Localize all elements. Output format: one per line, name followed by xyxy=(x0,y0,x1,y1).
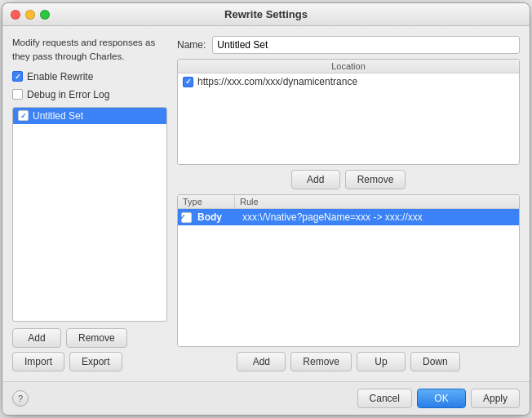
debug-log-label: Debug in Error Log xyxy=(27,89,109,100)
rules-down-button[interactable]: Down xyxy=(410,352,460,371)
set-checkbox[interactable] xyxy=(18,110,29,121)
left-buttons: Add Remove Import Export xyxy=(12,328,167,371)
rules-add-button[interactable]: Add xyxy=(237,352,286,371)
rules-remove-button[interactable]: Remove xyxy=(290,352,352,371)
rules-section: Type Rule ✓ Body xxx:\/\/native?pageName… xyxy=(177,194,520,347)
footer: ? Cancel OK Apply xyxy=(2,381,530,415)
enable-rewrite-checkbox[interactable] xyxy=(12,71,23,82)
location-section: Location https://xxx.com/xxx/dynamicentr… xyxy=(177,59,520,165)
footer-right-buttons: Cancel OK Apply xyxy=(357,389,520,408)
content-area: Modify requests and responses as they pa… xyxy=(2,26,530,381)
location-add-button[interactable]: Add xyxy=(291,170,340,189)
location-remove-button[interactable]: Remove xyxy=(345,170,406,189)
set-label: Untitled Set xyxy=(33,110,83,122)
rules-action-buttons: Add Remove Up Down xyxy=(177,352,520,371)
rule-checkbox[interactable]: ✓ xyxy=(181,212,192,223)
set-list[interactable]: Untitled Set xyxy=(12,107,167,322)
right-panel: Name: Location https://xxx.com/xxx/dynam… xyxy=(177,36,520,371)
debug-log-row[interactable]: Debug in Error Log xyxy=(12,89,167,100)
left-panel: Modify requests and responses as they pa… xyxy=(12,36,167,371)
titlebar: Rewrite Settings xyxy=(2,3,530,26)
location-header: Location xyxy=(178,60,519,73)
enable-rewrite-label: Enable Rewrite xyxy=(27,71,93,82)
help-button[interactable]: ? xyxy=(12,390,29,407)
ok-button[interactable]: OK xyxy=(417,389,466,408)
enable-rewrite-row[interactable]: Enable Rewrite xyxy=(12,71,167,82)
window-title: Rewrite Settings xyxy=(224,8,308,20)
rules-rule-col: Rule xyxy=(235,195,519,208)
debug-log-checkbox[interactable] xyxy=(12,89,23,100)
location-row[interactable]: https://xxx.com/xxx/dynamicentrance xyxy=(178,73,519,90)
rule-text: xxx:\/\/native?pageName=xxx -> xxx://xxx xyxy=(239,209,519,225)
rules-up-button[interactable]: Up xyxy=(357,352,406,371)
add-remove-row: Add Remove xyxy=(12,328,167,348)
main-window: Rewrite Settings Modify requests and res… xyxy=(2,2,530,416)
maximize-button[interactable] xyxy=(40,10,50,20)
rules-header: Type Rule xyxy=(178,195,519,209)
name-input[interactable] xyxy=(212,36,520,54)
left-add-button[interactable]: Add xyxy=(12,328,61,348)
description-text: Modify requests and responses as they pa… xyxy=(12,36,167,64)
list-item[interactable]: Untitled Set xyxy=(13,108,166,124)
import-export-row: Import Export xyxy=(12,352,167,371)
export-button[interactable]: Export xyxy=(69,352,122,371)
name-row: Name: xyxy=(177,36,520,54)
close-button[interactable] xyxy=(11,10,20,20)
location-add-remove: Add Remove xyxy=(177,170,520,189)
apply-button[interactable]: Apply xyxy=(471,389,520,408)
cancel-button[interactable]: Cancel xyxy=(357,389,412,408)
titlebar-buttons xyxy=(11,10,50,20)
rule-type: Body xyxy=(194,209,239,225)
location-url: https://xxx.com/xxx/dynamicentrance xyxy=(197,76,357,87)
rule-row[interactable]: ✓ Body xxx:\/\/native?pageName=xxx -> xx… xyxy=(178,209,519,225)
rules-type-col: Type xyxy=(178,195,235,208)
minimize-button[interactable] xyxy=(25,10,35,20)
name-label: Name: xyxy=(177,39,206,51)
location-checkbox[interactable] xyxy=(183,77,193,87)
import-button[interactable]: Import xyxy=(12,352,64,371)
rule-checkbox-container: ✓ xyxy=(178,212,194,223)
left-remove-button[interactable]: Remove xyxy=(66,328,127,348)
